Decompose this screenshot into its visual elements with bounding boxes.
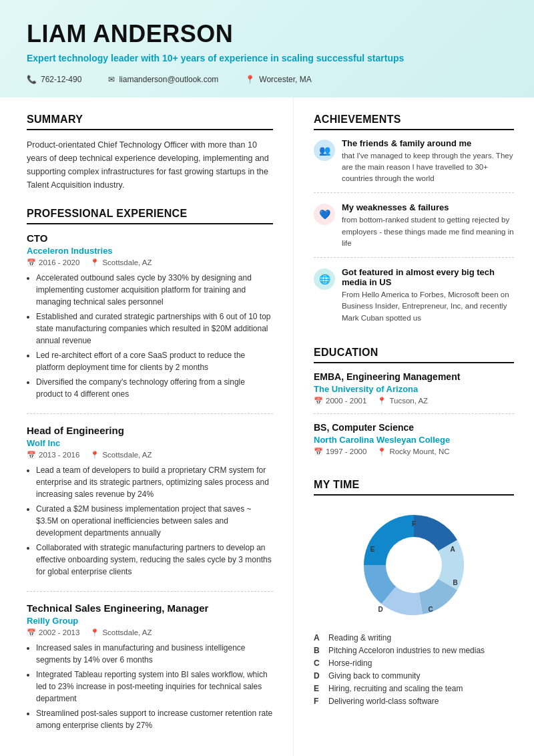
job-title-head-eng: Head of Engineering — [27, 425, 273, 436]
legend-item-d: D Giving back to community — [314, 671, 514, 681]
bullet-item: Increased sales in manufacturing and bus… — [36, 642, 273, 666]
legend-item-e: E Hiring, recruiting and scaling the tea… — [314, 684, 514, 693]
legend-letter-c: C — [314, 658, 323, 668]
summary-text: Product-orientated Chief Technology Offi… — [27, 138, 273, 192]
email-icon: ✉ — [108, 75, 115, 84]
edu-north-carolina: North Carolina Wesleyan College — [314, 435, 514, 445]
achievement-icon-globe: 🌐 — [314, 268, 335, 290]
job-cto: CTO Acceleron Industries 📅 2016 - 2020 📍… — [27, 232, 273, 414]
achievement-icon-heart: 💙 — [314, 204, 335, 225]
donut-chart-container: F A B C D E — [314, 505, 514, 625]
pin-icon: 📍 — [90, 628, 99, 637]
achievement-weaknesses: 💙 My weaknesses & failures from bottom-r… — [314, 202, 514, 258]
job-location-cto: 📍 Scottsdale, AZ — [90, 258, 152, 267]
phone-contact: 📞 762-12-490 — [27, 75, 81, 84]
job-bullets-wolf: Lead a team of developers to build a pro… — [27, 464, 273, 578]
email-contact: ✉ liamanderson@outlook.com — [108, 75, 218, 84]
candidate-name: LIAM ANDERSON — [27, 20, 507, 48]
location-text: Worcester, MA — [259, 75, 311, 84]
experience-section: PROFESSIONAL EXPERIENCE CTO Acceleron In… — [27, 208, 273, 745]
legend-letter-f: F — [314, 697, 323, 706]
job-head-engineering: Head of Engineering Wolf Inc 📅 2013 - 20… — [27, 425, 273, 592]
bullet-item: Accelerated outbound sales cycle by 330%… — [36, 272, 273, 308]
left-column: SUMMARY Product-orientated Chief Technol… — [0, 98, 294, 756]
job-title-sales: Technical Sales Engineering, Manager — [27, 602, 273, 614]
legend-label-b: Pitching Acceloron industries to new med… — [328, 646, 485, 655]
job-years-reilly: 📅 2002 - 2013 — [27, 628, 79, 637]
pin-icon: 📍 — [377, 447, 386, 456]
edu-bs-degree: BS, Computer Science — [314, 422, 514, 433]
summary-section: SUMMARY Product-orientated Chief Technol… — [27, 114, 273, 192]
label-e: E — [370, 546, 375, 553]
bullet-item: Collaborated with strategic manufacturin… — [36, 542, 273, 578]
bullet-item: Diversified the company's technology off… — [36, 376, 273, 400]
main-content: SUMMARY Product-orientated Chief Technol… — [0, 98, 534, 756]
achievement-featured-title: Got featured in almost every big tech me… — [342, 267, 514, 287]
job-years-cto: 📅 2016 - 2020 — [27, 258, 79, 267]
candidate-title: Expert technology leader with 10+ years … — [27, 52, 507, 65]
job-title-cto: CTO — [27, 232, 273, 244]
achievement-featured: 🌐 Got featured in almost every big tech … — [314, 267, 514, 332]
legend-label-e: Hiring, recruiting and scaling the team — [328, 684, 463, 693]
job-years-wolf: 📅 2013 - 2016 — [27, 451, 79, 459]
globe-icon: 🌐 — [314, 268, 335, 290]
bullet-item: Streamlined post-sales support to increa… — [36, 707, 273, 731]
achievement-friends-content: The friends & family around me that I've… — [342, 138, 514, 185]
job-location-wolf: 📍 Scottsdale, AZ — [90, 451, 152, 459]
edu-emba-years: 📅 2000 - 2001 — [314, 397, 366, 405]
company-reilly: Reilly Group — [27, 616, 273, 626]
achievement-friends-text: that I've managed to keep through the ye… — [342, 150, 514, 185]
people-icon: 👥 — [314, 140, 335, 161]
legend-item-f: F Delivering world-class software — [314, 697, 514, 706]
experience-title: PROFESSIONAL EXPERIENCE — [27, 208, 273, 224]
contact-bar: 📞 762-12-490 ✉ liamanderson@outlook.com … — [27, 75, 507, 84]
mytime-section: MY TIME — [314, 479, 514, 706]
edu-emba: EMBA, Engineering Management The Univers… — [314, 371, 514, 414]
calendar-icon: 📅 — [27, 628, 36, 637]
summary-title: SUMMARY — [27, 114, 273, 130]
calendar-icon: 📅 — [27, 451, 36, 459]
edu-emba-degree: EMBA, Engineering Management — [314, 371, 514, 382]
legend-letter-d: D — [314, 671, 323, 681]
legend-item-c: C Horse-riding — [314, 658, 514, 668]
heart-icon: 💙 — [314, 204, 335, 225]
header-section: LIAM ANDERSON Expert technology leader w… — [0, 0, 534, 98]
pin-icon: 📍 — [90, 451, 99, 459]
achievement-friends: 👥 The friends & family around me that I'… — [314, 138, 514, 194]
legend-letter-b: B — [314, 646, 323, 655]
company-wolf-inc: Wolf Inc — [27, 438, 273, 448]
legend-letter-e: E — [314, 684, 323, 693]
achievement-friends-title: The friends & family around me — [342, 138, 514, 148]
bullet-item: Curated a $2M business implementation pr… — [36, 503, 273, 539]
job-bullets-reilly: Increased sales in manufacturing and bus… — [27, 642, 273, 731]
mytime-title: MY TIME — [314, 479, 514, 496]
bullet-item: Led re-architect effort of a core SaaS p… — [36, 349, 273, 373]
education-title: EDUCATION — [314, 347, 514, 363]
edu-emba-meta: 📅 2000 - 2001 📍 Tucson, AZ — [314, 397, 514, 405]
company-acceleron: Acceleron Industries — [27, 246, 273, 256]
calendar-icon: 📅 — [314, 397, 323, 405]
donut-hole — [386, 537, 442, 593]
achievement-weaknesses-content: My weaknesses & failures from bottom-ran… — [342, 202, 514, 249]
job-meta-reilly: 📅 2002 - 2013 📍 Scottsdale, AZ — [27, 628, 273, 637]
achievements-title: ACHIEVEMENTS — [314, 114, 514, 130]
achievement-weaknesses-title: My weaknesses & failures — [342, 202, 514, 212]
edu-bs-years: 📅 1997 - 2000 — [314, 447, 366, 456]
bullet-item: Lead a team of developers to build a pro… — [36, 464, 273, 500]
legend-label-c: Horse-riding — [328, 658, 372, 668]
location-contact: 📍 Worcester, MA — [245, 75, 311, 84]
label-c: C — [428, 606, 433, 613]
right-column: ACHIEVEMENTS 👥 The friends & family arou… — [294, 98, 534, 756]
job-meta-wolf: 📅 2013 - 2016 📍 Scottsdale, AZ — [27, 451, 273, 459]
edu-university-arizona: The University of Arizona — [314, 384, 514, 394]
achievement-featured-content: Got featured in almost every big tech me… — [342, 267, 514, 324]
education-section: EDUCATION EMBA, Engineering Management T… — [314, 347, 514, 464]
job-location-reilly: 📍 Scottsdale, AZ — [90, 628, 152, 637]
legend-label-a: Reading & writing — [328, 633, 391, 642]
donut-chart: F A B C D E — [354, 505, 474, 625]
label-b: B — [453, 579, 457, 586]
label-f: F — [412, 520, 416, 528]
job-meta-cto: 📅 2016 - 2020 📍 Scottsdale, AZ — [27, 258, 273, 267]
location-icon: 📍 — [245, 75, 255, 84]
achievement-featured-text: From Hello America to Forbes, Microsoft … — [342, 289, 514, 324]
